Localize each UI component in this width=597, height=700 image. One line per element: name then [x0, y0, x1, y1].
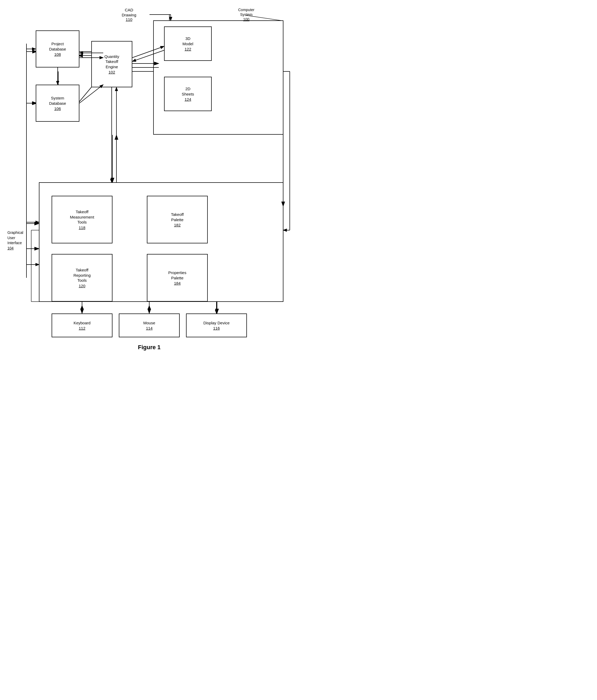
- svg-line-41: [132, 46, 164, 58]
- takeoff-palette-label: TakeoffPalette: [171, 212, 184, 222]
- mouse-box: Mouse 114: [119, 314, 180, 337]
- model-3d-number: 122: [184, 47, 191, 51]
- gui-label: Graphical User Interface 104: [7, 230, 23, 251]
- svg-line-42: [132, 50, 164, 61]
- project-database-label: ProjectDatabase: [49, 41, 66, 52]
- cad-drawing-label: CAD Drawing 110: [122, 7, 136, 22]
- keyboard-number: 112: [79, 326, 85, 330]
- properties-palette-box: PropertiesPalette 184: [147, 254, 208, 302]
- quantity-takeoff-box: QuantityTakeoffEngine 102: [91, 41, 132, 87]
- sheets-2d-number: 124: [184, 97, 191, 102]
- computer-system-number: 100: [243, 17, 249, 21]
- keyboard-label: Keyboard: [74, 320, 91, 326]
- computer-system-label: Computer System 100: [238, 7, 254, 22]
- project-database-number: 108: [54, 52, 61, 57]
- quantity-takeoff-number: 102: [108, 70, 115, 74]
- system-database-number: 106: [54, 106, 61, 111]
- system-database-label: SystemDatabase: [49, 96, 66, 106]
- takeoff-reporting-label: TakeoffReportingTools: [73, 268, 91, 283]
- keyboard-box: Keyboard 112: [52, 314, 113, 337]
- mouse-number: 114: [146, 326, 152, 330]
- properties-palette-label: PropertiesPalette: [168, 270, 186, 280]
- sheets-2d-label: 2DSheets: [182, 86, 194, 97]
- properties-palette-number: 184: [174, 281, 180, 285]
- takeoff-palette-number: 182: [174, 223, 180, 227]
- model-3d-box: 3DModel 122: [164, 26, 212, 61]
- system-database-box: SystemDatabase 106: [36, 85, 79, 122]
- takeoff-measurement-number: 118: [79, 225, 85, 230]
- takeoff-measurement-box: TakeoffMeasurementTools 118: [52, 196, 113, 243]
- display-device-box: Display Device 116: [186, 314, 247, 337]
- takeoff-measurement-label: TakeoffMeasurementTools: [70, 209, 94, 225]
- mouse-label: Mouse: [143, 320, 155, 326]
- model-3d-label: 3DModel: [182, 36, 194, 46]
- figure-caption: Figure 1: [0, 344, 299, 356]
- quantity-takeoff-label: QuantityTakeoffEngine: [104, 54, 119, 70]
- sheets-2d-box: 2DSheets 124: [164, 77, 212, 111]
- display-device-label: Display Device: [203, 320, 229, 326]
- display-device-number: 116: [213, 326, 220, 330]
- project-database-box: ProjectDatabase 108: [36, 30, 79, 68]
- svg-line-40: [79, 85, 103, 103]
- takeoff-palette-box: TakeoffPalette 182: [147, 196, 208, 243]
- takeoff-reporting-box: TakeoffReportingTools 120: [52, 254, 113, 302]
- takeoff-reporting-number: 120: [79, 283, 85, 288]
